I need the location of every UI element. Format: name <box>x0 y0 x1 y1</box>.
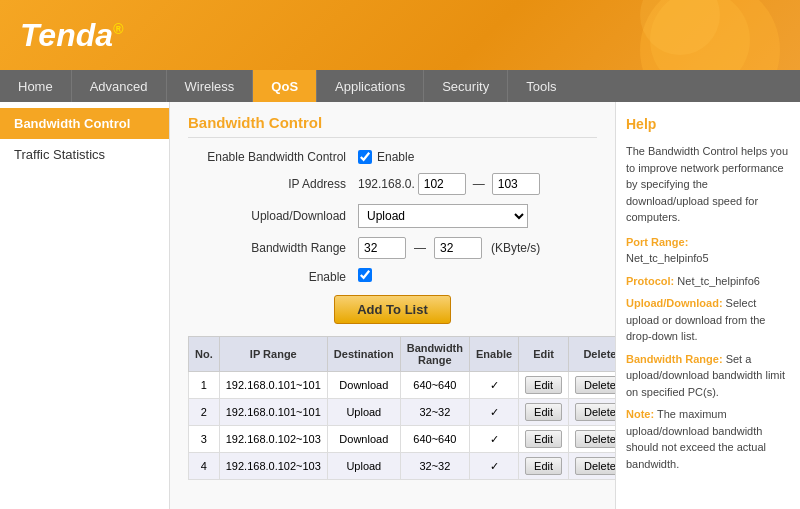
ip-from-input[interactable] <box>418 173 466 195</box>
sidebar-item-traffic-statistics[interactable]: Traffic Statistics <box>0 139 169 170</box>
form-row-ip: IP Address 192.168.0. — <box>188 173 597 195</box>
bandwidth-from-input[interactable] <box>358 237 406 259</box>
help-title: Help <box>626 114 790 135</box>
cell-enable: ✓ <box>469 426 518 453</box>
edit-button[interactable]: Edit <box>525 376 562 394</box>
add-to-list-button[interactable]: Add To List <box>334 295 451 324</box>
cell-delete: Delete <box>569 426 615 453</box>
cell-destination: Download <box>327 426 400 453</box>
cell-destination: Upload <box>327 399 400 426</box>
table-container: No. IP Range Destination Bandwidth Range… <box>188 336 597 480</box>
main-area: Bandwidth Control Traffic Statistics Ban… <box>0 102 800 509</box>
table-row: 1 192.168.0.101~101 Download 640~640 ✓ E… <box>189 372 616 399</box>
cell-delete: Delete <box>569 372 615 399</box>
enable2-control <box>358 268 372 285</box>
content-area: Bandwidth Control Enable Bandwidth Contr… <box>170 102 615 509</box>
nav-item-tools[interactable]: Tools <box>508 70 574 102</box>
add-btn-container: Add To List <box>188 295 597 324</box>
nav-item-wireless[interactable]: Wireless <box>167 70 254 102</box>
cell-destination: Download <box>327 372 400 399</box>
cell-ip-range: 192.168.0.102~103 <box>219 453 327 480</box>
form-row-enable: Enable Bandwidth Control Enable <box>188 150 597 164</box>
cell-ip-range: 192.168.0.101~101 <box>219 372 327 399</box>
bandwidth-to-input[interactable] <box>434 237 482 259</box>
cell-no: 1 <box>189 372 220 399</box>
cell-bandwidth: 640~640 <box>400 426 469 453</box>
ip-prefix: 192.168.0. <box>358 177 415 191</box>
cell-edit: Edit <box>519 372 569 399</box>
header: Tenda® <box>0 0 800 70</box>
cell-ip-range: 192.168.0.102~103 <box>219 426 327 453</box>
bandwidth-control: — (KByte/s) <box>358 237 540 259</box>
nav-bar: Home Advanced Wireless QoS Applications … <box>0 70 800 102</box>
delete-button[interactable]: Delete <box>575 457 615 475</box>
nav-item-qos[interactable]: QoS <box>253 70 317 102</box>
help-bandwidth-label: Bandwidth Range: <box>626 353 723 365</box>
delete-button[interactable]: Delete <box>575 430 615 448</box>
enable-checkbox-label: Enable <box>377 150 414 164</box>
cell-no: 4 <box>189 453 220 480</box>
cell-destination: Upload <box>327 453 400 480</box>
col-ip-range: IP Range <box>219 337 327 372</box>
sidebar: Bandwidth Control Traffic Statistics <box>0 102 170 509</box>
table-row: 2 192.168.0.101~101 Upload 32~32 ✓ Edit … <box>189 399 616 426</box>
ip-dash: — <box>469 177 489 191</box>
form-row-upload: Upload/Download Upload Download <box>188 204 597 228</box>
table-header-row: No. IP Range Destination Bandwidth Range… <box>189 337 616 372</box>
form-row-enable2: Enable <box>188 268 597 285</box>
cell-enable: ✓ <box>469 453 518 480</box>
cell-enable: ✓ <box>469 399 518 426</box>
cell-ip-range: 192.168.0.101~101 <box>219 399 327 426</box>
nav-item-security[interactable]: Security <box>424 70 508 102</box>
form-row-bandwidth: Bandwidth Range — (KByte/s) <box>188 237 597 259</box>
col-bandwidth: Bandwidth Range <box>400 337 469 372</box>
cell-no: 3 <box>189 426 220 453</box>
help-protocol: Protocol: Net_tc_helpinfo6 <box>626 273 790 290</box>
help-port-range-text: Net_tc_helpinfo5 <box>626 252 709 264</box>
edit-button[interactable]: Edit <box>525 403 562 421</box>
table-row: 4 192.168.0.102~103 Upload 32~32 ✓ Edit … <box>189 453 616 480</box>
enable-label: Enable Bandwidth Control <box>188 150 358 164</box>
form: Enable Bandwidth Control Enable IP Addre… <box>188 150 597 324</box>
nav-item-advanced[interactable]: Advanced <box>72 70 167 102</box>
table-row: 3 192.168.0.102~103 Download 640~640 ✓ E… <box>189 426 616 453</box>
help-intro: The Bandwidth Control helps you to impro… <box>626 143 790 226</box>
cell-no: 2 <box>189 399 220 426</box>
ip-to-input[interactable] <box>492 173 540 195</box>
edit-button[interactable]: Edit <box>525 430 562 448</box>
upload-select[interactable]: Upload Download <box>358 204 528 228</box>
bandwidth-table: No. IP Range Destination Bandwidth Range… <box>188 336 615 480</box>
logo: Tenda® <box>20 17 123 54</box>
bandwidth-label: Bandwidth Range <box>188 241 358 255</box>
cell-edit: Edit <box>519 426 569 453</box>
help-bandwidth: Bandwidth Range: Set a upload/download b… <box>626 351 790 401</box>
help-upload: Upload/Download: Select upload or downlo… <box>626 295 790 345</box>
help-panel: Help The Bandwidth Control helps you to … <box>615 102 800 509</box>
col-delete: Delete <box>569 337 615 372</box>
help-port-range: Port Range: Net_tc_helpinfo5 <box>626 234 790 267</box>
ip-label: IP Address <box>188 177 358 191</box>
enable2-label: Enable <box>188 270 358 284</box>
help-note: Note: The maximum upload/download bandwi… <box>626 406 790 472</box>
help-protocol-text: Net_tc_helpinfo6 <box>677 275 760 287</box>
edit-button[interactable]: Edit <box>525 457 562 475</box>
delete-button[interactable]: Delete <box>575 376 615 394</box>
delete-button[interactable]: Delete <box>575 403 615 421</box>
col-no: No. <box>189 337 220 372</box>
col-edit: Edit <box>519 337 569 372</box>
nav-item-home[interactable]: Home <box>0 70 72 102</box>
cell-enable: ✓ <box>469 372 518 399</box>
nav-item-applications[interactable]: Applications <box>317 70 424 102</box>
ip-control: 192.168.0. — <box>358 173 540 195</box>
enable-checkbox[interactable] <box>358 150 372 164</box>
cell-edit: Edit <box>519 399 569 426</box>
sidebar-item-bandwidth-control[interactable]: Bandwidth Control <box>0 108 169 139</box>
upload-label: Upload/Download <box>188 209 358 223</box>
col-enable: Enable <box>469 337 518 372</box>
help-upload-label: Upload/Download: <box>626 297 723 309</box>
help-note-label: Note: <box>626 408 654 420</box>
help-protocol-label: Protocol: <box>626 275 674 287</box>
page-title: Bandwidth Control <box>188 114 597 138</box>
enable2-checkbox[interactable] <box>358 268 372 282</box>
upload-control: Upload Download <box>358 204 528 228</box>
